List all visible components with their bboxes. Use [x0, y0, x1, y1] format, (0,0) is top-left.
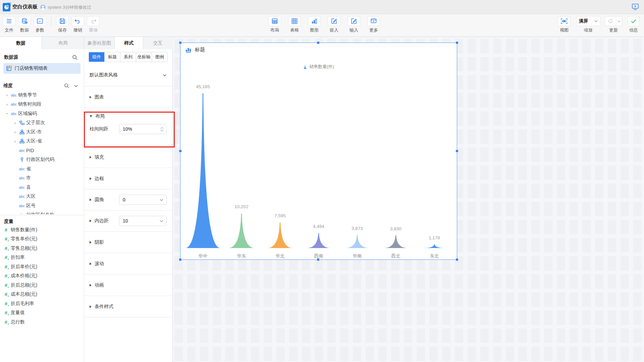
- info-control[interactable]: 信息: [627, 16, 641, 33]
- dimension-item[interactable]: ›abc销售时间段: [0, 100, 84, 109]
- spike-bar-华南[interactable]: [345, 235, 370, 248]
- resize-handle-se[interactable]: [455, 258, 459, 261]
- chart-theme-dropdown[interactable]: 默认图表风格: [84, 62, 172, 86]
- measure-item[interactable]: #总行数: [0, 317, 84, 327]
- tree-caret-icon[interactable]: ›: [13, 120, 17, 125]
- section-header[interactable]: 阴影: [90, 239, 104, 245]
- spike-bar-华北[interactable]: [267, 222, 293, 248]
- resize-handle-sw[interactable]: [179, 258, 182, 261]
- tab-data[interactable]: 数据: [0, 37, 42, 50]
- dimension-item[interactable]: ›abc省: [0, 164, 84, 174]
- dimension-item[interactable]: ›行政区划代码: [0, 155, 84, 165]
- search-icon[interactable]: [64, 83, 69, 88]
- dimension-item[interactable]: ›abc区域编码: [0, 109, 84, 118]
- undo-button[interactable]: 撤销: [70, 16, 86, 33]
- resize-handle-s[interactable]: [317, 258, 320, 261]
- dimension-item[interactable]: ›abcPID: [0, 146, 84, 155]
- section-header[interactable]: 动画: [90, 282, 104, 288]
- dimension-item[interactable]: ›abc县: [0, 183, 84, 192]
- chevron-down-icon: [594, 20, 598, 22]
- resize-handle-ne[interactable]: [455, 41, 459, 44]
- save-button[interactable]: 保存: [55, 16, 70, 33]
- spinner-up-icon[interactable]: [160, 127, 164, 129]
- tree-caret-icon[interactable]: ›: [5, 111, 10, 116]
- insert-table-button[interactable]: 表格: [287, 16, 302, 33]
- data-button[interactable]: 数据: [17, 16, 32, 33]
- section-header[interactable]: 布局: [90, 113, 167, 119]
- tree-caret-icon[interactable]: ›: [5, 93, 9, 98]
- section-header[interactable]: 图表: [90, 94, 104, 100]
- measure-item[interactable]: #折后毛利率: [0, 299, 84, 308]
- zoom-dropdown[interactable]: 满屏: [576, 16, 600, 26]
- measure-item[interactable]: #折后总额(元): [0, 281, 84, 290]
- insert-chart-button[interactable]: 图形: [307, 16, 322, 33]
- measure-item[interactable]: #成本总额(元): [0, 290, 84, 299]
- subtab-axis[interactable]: 坐标轴: [136, 52, 152, 62]
- search-icon[interactable]: [72, 55, 78, 60]
- 圆角-select[interactable]: 0: [119, 195, 167, 205]
- subtab-series[interactable]: 系列: [120, 52, 136, 62]
- tab-style[interactable]: 样式: [115, 37, 143, 50]
- tab-layout[interactable]: 布局: [42, 37, 84, 49]
- value-label: 7,595: [274, 213, 286, 218]
- insert-embed-button[interactable]: 嵌入: [326, 16, 342, 33]
- insert-more-button[interactable]: 更多: [366, 16, 381, 33]
- tab-pictorial-bar[interactable]: 象形柱形图: [84, 37, 115, 49]
- update-dropdown-button[interactable]: [616, 16, 622, 26]
- spike-bar-东北[interactable]: [423, 244, 445, 248]
- section-header[interactable]: 滚动: [90, 261, 104, 267]
- file-button[interactable]: 文件: [1, 16, 17, 33]
- dimension-item[interactable]: ›abc销售季节: [0, 90, 84, 100]
- subtab-legend[interactable]: 图例: [152, 52, 167, 62]
- subtab-component[interactable]: 组件: [89, 52, 105, 62]
- resize-handle-w[interactable]: [179, 149, 182, 153]
- tab-interaction[interactable]: 交互: [143, 37, 172, 49]
- insert-input-button[interactable]: 输入: [346, 16, 362, 33]
- dimension-item[interactable]: ›abc区号: [0, 201, 84, 210]
- measure-item[interactable]: #折扣率: [0, 253, 84, 262]
- spike-bar-西南[interactable]: [306, 233, 331, 248]
- resize-handle-n[interactable]: [317, 41, 320, 44]
- chart-widget[interactable]: 标题 销售数量(件) 45,185华中10,202华东7,595华北4,494西…: [180, 43, 457, 260]
- dimension-item[interactable]: ›父子层次: [0, 118, 84, 128]
- measure-item[interactable]: #销售数量(件): [0, 225, 84, 235]
- section-header[interactable]: 内边距: [90, 218, 109, 224]
- measure-item[interactable]: #零售总额(元): [0, 244, 84, 253]
- resize-handle-e[interactable]: [455, 149, 459, 153]
- dimension-item[interactable]: ›大区-市: [0, 127, 84, 137]
- dimension-item[interactable]: ›abc大区: [0, 192, 84, 201]
- view-button[interactable]: 视图: [556, 16, 572, 33]
- 内边距-select[interactable]: 10: [119, 216, 167, 226]
- spike-bar-华中[interactable]: [185, 93, 220, 248]
- resize-handle-nw[interactable]: [179, 41, 182, 44]
- datasource-item[interactable]: T 门店销售明细表: [3, 63, 80, 74]
- spinner-down-icon[interactable]: [160, 129, 164, 131]
- redo-button[interactable]: 重做: [86, 16, 101, 33]
- toolbar-separator: [51, 17, 51, 27]
- measure-item[interactable]: #折后单价(元): [0, 262, 84, 272]
- bar-gap-input[interactable]: 10%: [119, 124, 167, 134]
- tree-caret-icon[interactable]: ›: [13, 139, 17, 144]
- section-header[interactable]: 圆角: [90, 197, 104, 203]
- dashboard-canvas[interactable]: 标题 销售数量(件) 45,185华中10,202华东7,595华北4,494西…: [172, 37, 644, 362]
- svg-text:x=: x=: [38, 20, 42, 23]
- section-header[interactable]: 条件样式: [90, 304, 113, 310]
- subtab-title[interactable]: 标题: [105, 52, 120, 62]
- parameters-button[interactable]: x= 参数: [32, 16, 48, 33]
- section-header[interactable]: 填充: [90, 154, 104, 160]
- spike-bar-华东[interactable]: [228, 213, 255, 248]
- dimension-item[interactable]: ›abc行政区划名称: [0, 210, 84, 215]
- measure-item[interactable]: #成本价格(元): [0, 272, 84, 281]
- dimension-item[interactable]: ›abc市: [0, 174, 84, 183]
- tree-caret-icon[interactable]: ›: [5, 102, 9, 107]
- measure-item[interactable]: #零售单价(元): [0, 235, 84, 244]
- spike-bar-西北[interactable]: [384, 235, 408, 248]
- tree-caret-icon[interactable]: ›: [13, 129, 17, 134]
- chevron-down-icon[interactable]: [74, 85, 78, 87]
- refresh-button[interactable]: [605, 16, 616, 26]
- section-header[interactable]: 边框: [90, 176, 104, 182]
- measure-item[interactable]: #度量值: [0, 308, 84, 318]
- dimension-item[interactable]: ›大区-省: [0, 137, 84, 146]
- insert-layout-button[interactable]: 布局: [267, 16, 282, 33]
- present-icon[interactable]: [631, 3, 639, 11]
